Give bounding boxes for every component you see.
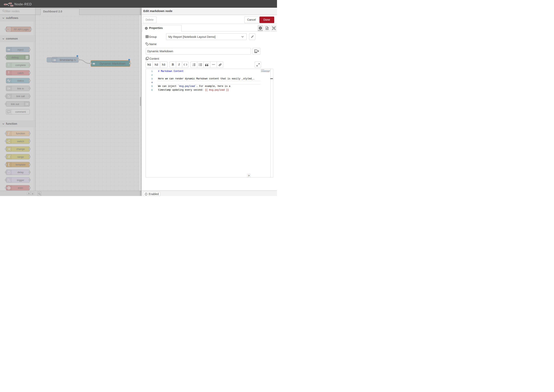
svg-text:3: 3: [192, 65, 193, 66]
